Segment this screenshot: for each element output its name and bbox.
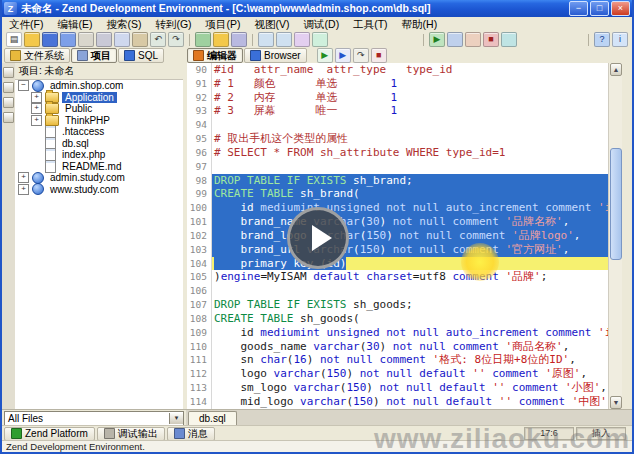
code-line[interactable]: 113 sm_logo varchar(150) not null defaul… — [187, 381, 608, 395]
maximize-button[interactable]: □ — [590, 1, 609, 16]
dock-debug-icon[interactable] — [3, 82, 14, 93]
run-toolbar-icon[interactable]: ▶ — [429, 32, 445, 47]
code-area[interactable]: 90#id attr_name attr_type type_id91# 1 颜… — [187, 63, 608, 409]
video-play-button[interactable] — [287, 207, 349, 269]
new-project-icon[interactable] — [195, 32, 211, 47]
tab-editor[interactable]: 编辑器 — [187, 48, 243, 63]
code-line[interactable]: 108CREATE TABLE sh_goods( — [187, 312, 608, 326]
code-line[interactable]: 95# 取出手机这个类型的属性 — [187, 132, 608, 146]
code-line[interactable]: 93# 3 屏幕 唯一 1 — [187, 104, 608, 118]
code-line[interactable]: 110 goods_name varchar(30) not null comm… — [187, 340, 608, 354]
new-file-icon[interactable]: ▤ — [6, 32, 22, 47]
code-line[interactable]: 107DROP TABLE IF EXISTS sh_goods; — [187, 298, 608, 312]
tab-browser[interactable]: Browser — [244, 48, 307, 63]
tree-item-readme-md[interactable]: README.md — [15, 161, 183, 173]
file-filter-combo[interactable]: All Files ▼ — [4, 411, 184, 426]
tree-item-thinkphp[interactable]: +ThinkPHP — [15, 115, 183, 127]
expand-icon[interactable]: + — [18, 184, 29, 195]
editor-scrollbar[interactable]: ▲ ▼ — [608, 63, 623, 409]
menu-item[interactable]: 调试(D) — [297, 18, 347, 31]
tree-item-public[interactable]: +Public — [15, 103, 183, 115]
scroll-down-icon[interactable]: ▼ — [610, 396, 622, 409]
dropdown-arrow-icon[interactable]: ▼ — [169, 413, 183, 424]
tree-item-admin-study-com[interactable]: +admin.study.com — [15, 172, 183, 184]
menu-item[interactable]: 搜索(S) — [99, 18, 148, 31]
open-file-icon[interactable] — [24, 32, 40, 47]
expand-icon[interactable]: + — [31, 103, 42, 114]
code-line[interactable]: 97 — [187, 160, 608, 174]
code-line[interactable]: 104 primary key (id) — [187, 257, 608, 271]
bookmark-icon[interactable] — [294, 32, 310, 47]
code-line[interactable]: 112 logo varchar(150) not null default '… — [187, 367, 608, 381]
expand-icon[interactable]: + — [18, 172, 29, 183]
code-line[interactable]: 92# 2 内存 单选 1 — [187, 91, 608, 105]
title-bar[interactable]: Z 未命名 - Zend Development Environment - [… — [2, 0, 632, 17]
project-settings-icon[interactable] — [231, 32, 247, 47]
code-line[interactable]: 105)engine=MyISAM default charset=utf8 c… — [187, 270, 608, 284]
menu-item[interactable]: 项目(P) — [199, 18, 248, 31]
step-icon[interactable]: ↷ — [353, 48, 369, 63]
menu-item[interactable]: 帮助(H) — [395, 18, 445, 31]
paste-icon[interactable] — [132, 32, 148, 47]
tab-messages[interactable]: 消息 — [167, 427, 215, 441]
tree-item-index-php[interactable]: index.php — [15, 149, 183, 161]
debug-run-icon[interactable]: ▶ — [335, 48, 351, 63]
goto-line-icon[interactable] — [312, 32, 328, 47]
code-line[interactable]: 102 brand_logo varchar(150) not null com… — [187, 229, 608, 243]
redo-icon[interactable]: ↷ — [168, 32, 184, 47]
code-line[interactable]: 100 id mediumint unsigned not null auto_… — [187, 201, 608, 215]
tree-item-application[interactable]: +Application — [15, 92, 183, 104]
minimize-button[interactable]: − — [569, 1, 588, 16]
code-line[interactable]: 114 mid_logo varchar(150) not null defau… — [187, 395, 608, 409]
help-icon[interactable]: ? — [594, 32, 610, 47]
dock-files-icon[interactable] — [3, 67, 14, 78]
expand-icon[interactable]: + — [31, 92, 42, 103]
find-icon[interactable] — [258, 32, 274, 47]
dock-messages-icon[interactable] — [3, 112, 14, 123]
stop-toolbar-icon[interactable]: ■ — [483, 32, 499, 47]
copy-icon[interactable] — [114, 32, 130, 47]
tab-debug-output[interactable]: 调试输出 — [97, 427, 165, 441]
save-icon[interactable] — [42, 32, 58, 47]
code-line[interactable]: 91# 1 颜色 单选 1 — [187, 77, 608, 91]
run-icon[interactable]: ▶ — [317, 48, 333, 63]
tree-item-db-sql[interactable]: db.sql — [15, 138, 183, 150]
sync-icon[interactable] — [501, 32, 517, 47]
menu-item[interactable]: 视图(V) — [248, 18, 297, 31]
dock-output-icon[interactable] — [3, 97, 14, 108]
tree-item-admin-shop-com[interactable]: −admin.shop.com — [15, 80, 183, 92]
close-button[interactable]: × — [611, 1, 630, 16]
code-line[interactable]: 103 brand_url varchar(150) not null comm… — [187, 243, 608, 257]
editor-pane[interactable]: 90#id attr_name attr_type type_id91# 1 颜… — [187, 63, 608, 409]
code-line[interactable]: 111 sn char(16) not null comment '格式: 8位… — [187, 353, 608, 367]
menu-item[interactable]: 文件(F) — [2, 18, 50, 31]
code-line[interactable]: 109 id mediumint unsigned not null auto_… — [187, 326, 608, 340]
code-line[interactable]: 98DROP TABLE IF EXISTS sh_brand; — [187, 174, 608, 188]
save-all-icon[interactable] — [60, 32, 76, 47]
code-line[interactable]: 90#id attr_name attr_type type_id — [187, 63, 608, 77]
scrollbar-thumb[interactable] — [610, 148, 622, 260]
menu-item[interactable]: 转到(G) — [148, 18, 198, 31]
print-icon[interactable] — [78, 32, 94, 47]
code-line[interactable]: 99CREATE TABLE sh_brand( — [187, 187, 608, 201]
collapse-icon[interactable]: − — [18, 80, 29, 91]
debug-toolbar-icon[interactable] — [447, 32, 463, 47]
menu-item[interactable]: 编辑(E) — [50, 18, 99, 31]
panel-tab-sql[interactable]: SQL — [118, 48, 164, 63]
code-line[interactable]: 94 — [187, 118, 608, 132]
stop-icon[interactable]: ■ — [371, 48, 387, 63]
tree-item--htaccess[interactable]: .htaccess — [15, 126, 183, 138]
code-line[interactable]: 106 — [187, 284, 608, 298]
cut-icon[interactable] — [96, 32, 112, 47]
expand-icon[interactable]: + — [31, 115, 42, 126]
info-icon[interactable]: i — [612, 32, 628, 47]
scroll-up-icon[interactable]: ▲ — [610, 63, 622, 76]
open-project-icon[interactable] — [213, 32, 229, 47]
find-in-files-icon[interactable] — [276, 32, 292, 47]
undo-icon[interactable]: ↶ — [150, 32, 166, 47]
panel-tab-filesystem[interactable]: 文件系统 — [4, 48, 70, 63]
menu-item[interactable]: 工具(T) — [346, 18, 394, 31]
panel-tab-project[interactable]: 项目 — [71, 48, 117, 63]
tab-zend-platform[interactable]: Zend Platform — [4, 427, 95, 441]
tree-item-www-study-com[interactable]: +www.study.com — [15, 184, 183, 196]
